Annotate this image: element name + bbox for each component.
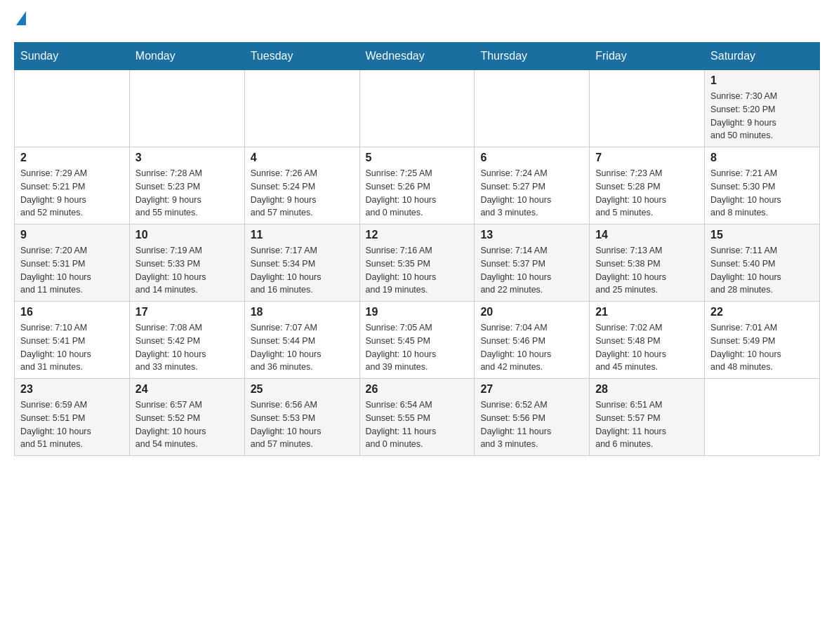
day-number: 1 xyxy=(710,74,814,87)
calendar-cell: 24Sunrise: 6:57 AMSunset: 5:52 PMDayligh… xyxy=(129,379,244,456)
day-of-week-header: Monday xyxy=(129,43,244,70)
calendar-cell: 10Sunrise: 7:19 AMSunset: 5:33 PMDayligh… xyxy=(129,224,244,302)
day-number: 24 xyxy=(135,383,239,396)
day-info: Sunrise: 7:16 AMSunset: 5:35 PMDaylight:… xyxy=(366,244,469,297)
calendar-cell: 26Sunrise: 6:54 AMSunset: 5:55 PMDayligh… xyxy=(359,379,475,456)
day-info: Sunrise: 7:05 AMSunset: 5:45 PMDaylight:… xyxy=(366,321,469,374)
day-of-week-header: Saturday xyxy=(705,43,820,70)
day-number: 25 xyxy=(251,383,354,396)
calendar-cell xyxy=(475,70,590,147)
day-number: 27 xyxy=(480,383,583,396)
calendar-cell xyxy=(244,70,359,147)
calendar-cell: 5Sunrise: 7:25 AMSunset: 5:26 PMDaylight… xyxy=(359,147,475,224)
day-number: 20 xyxy=(480,306,583,318)
day-info: Sunrise: 7:04 AMSunset: 5:46 PMDaylight:… xyxy=(480,321,583,374)
calendar-cell: 28Sunrise: 6:51 AMSunset: 5:57 PMDayligh… xyxy=(590,379,705,456)
day-of-week-header: Friday xyxy=(590,43,705,70)
calendar-cell: 4Sunrise: 7:26 AMSunset: 5:24 PMDaylight… xyxy=(244,147,359,224)
day-number: 7 xyxy=(595,152,699,164)
day-number: 15 xyxy=(710,229,814,241)
calendar-cell: 21Sunrise: 7:02 AMSunset: 5:48 PMDayligh… xyxy=(590,302,705,379)
calendar-week-row: 16Sunrise: 7:10 AMSunset: 5:41 PMDayligh… xyxy=(15,302,820,379)
calendar-table: SundayMondayTuesdayWednesdayThursdayFrid… xyxy=(14,42,820,456)
day-info: Sunrise: 7:23 AMSunset: 5:28 PMDaylight:… xyxy=(595,167,699,220)
day-info: Sunrise: 7:30 AMSunset: 5:20 PMDaylight:… xyxy=(710,90,814,142)
day-number: 23 xyxy=(20,383,124,396)
calendar-cell: 27Sunrise: 6:52 AMSunset: 5:56 PMDayligh… xyxy=(475,379,590,456)
day-number: 17 xyxy=(135,306,239,318)
day-info: Sunrise: 7:21 AMSunset: 5:30 PMDaylight:… xyxy=(710,167,814,220)
calendar-week-row: 23Sunrise: 6:59 AMSunset: 5:51 PMDayligh… xyxy=(15,379,820,456)
day-info: Sunrise: 7:26 AMSunset: 5:24 PMDaylight:… xyxy=(251,167,354,220)
calendar-cell xyxy=(15,70,130,147)
page-header xyxy=(14,14,820,28)
day-info: Sunrise: 7:01 AMSunset: 5:49 PMDaylight:… xyxy=(710,321,814,374)
day-info: Sunrise: 7:14 AMSunset: 5:37 PMDaylight:… xyxy=(480,244,583,297)
calendar-cell: 19Sunrise: 7:05 AMSunset: 5:45 PMDayligh… xyxy=(359,302,475,379)
day-number: 19 xyxy=(366,306,469,318)
calendar-cell xyxy=(705,379,820,456)
day-info: Sunrise: 7:17 AMSunset: 5:34 PMDaylight:… xyxy=(251,244,354,297)
day-number: 16 xyxy=(20,306,124,318)
calendar-cell: 25Sunrise: 6:56 AMSunset: 5:53 PMDayligh… xyxy=(244,379,359,456)
day-number: 12 xyxy=(366,229,469,241)
calendar-cell xyxy=(129,70,244,147)
day-of-week-header: Thursday xyxy=(475,43,590,70)
day-info: Sunrise: 7:28 AMSunset: 5:23 PMDaylight:… xyxy=(135,167,239,220)
day-number: 22 xyxy=(710,306,814,318)
calendar-cell: 18Sunrise: 7:07 AMSunset: 5:44 PMDayligh… xyxy=(244,302,359,379)
day-info: Sunrise: 6:56 AMSunset: 5:53 PMDaylight:… xyxy=(251,398,354,451)
calendar-cell: 22Sunrise: 7:01 AMSunset: 5:49 PMDayligh… xyxy=(705,302,820,379)
day-number: 14 xyxy=(595,229,699,241)
day-info: Sunrise: 6:57 AMSunset: 5:52 PMDaylight:… xyxy=(135,398,239,451)
day-info: Sunrise: 7:13 AMSunset: 5:38 PMDaylight:… xyxy=(595,244,699,297)
day-info: Sunrise: 7:11 AMSunset: 5:40 PMDaylight:… xyxy=(710,244,814,297)
day-info: Sunrise: 7:19 AMSunset: 5:33 PMDaylight:… xyxy=(135,244,239,297)
calendar-cell: 15Sunrise: 7:11 AMSunset: 5:40 PMDayligh… xyxy=(705,224,820,302)
calendar-cell: 7Sunrise: 7:23 AMSunset: 5:28 PMDaylight… xyxy=(590,147,705,224)
day-of-week-header: Sunday xyxy=(15,43,130,70)
day-number: 6 xyxy=(480,152,583,164)
day-info: Sunrise: 7:08 AMSunset: 5:42 PMDaylight:… xyxy=(135,321,239,374)
day-number: 8 xyxy=(710,152,814,164)
day-info: Sunrise: 7:25 AMSunset: 5:26 PMDaylight:… xyxy=(366,167,469,220)
day-info: Sunrise: 7:10 AMSunset: 5:41 PMDaylight:… xyxy=(20,321,124,374)
day-of-week-header: Tuesday xyxy=(244,43,359,70)
calendar-cell xyxy=(590,70,705,147)
day-info: Sunrise: 7:20 AMSunset: 5:31 PMDaylight:… xyxy=(20,244,124,297)
calendar-week-row: 9Sunrise: 7:20 AMSunset: 5:31 PMDaylight… xyxy=(15,224,820,302)
day-number: 5 xyxy=(366,152,469,164)
day-info: Sunrise: 7:02 AMSunset: 5:48 PMDaylight:… xyxy=(595,321,699,374)
calendar-cell: 12Sunrise: 7:16 AMSunset: 5:35 PMDayligh… xyxy=(359,224,475,302)
calendar-cell: 8Sunrise: 7:21 AMSunset: 5:30 PMDaylight… xyxy=(705,147,820,224)
day-number: 18 xyxy=(251,306,354,318)
logo xyxy=(14,14,26,28)
day-number: 21 xyxy=(595,306,699,318)
day-number: 28 xyxy=(595,383,699,396)
day-info: Sunrise: 6:54 AMSunset: 5:55 PMDaylight:… xyxy=(366,398,469,451)
calendar-cell: 6Sunrise: 7:24 AMSunset: 5:27 PMDaylight… xyxy=(475,147,590,224)
calendar-week-row: 1Sunrise: 7:30 AMSunset: 5:20 PMDaylight… xyxy=(15,70,820,147)
calendar-header-row: SundayMondayTuesdayWednesdayThursdayFrid… xyxy=(15,43,820,70)
day-number: 26 xyxy=(366,383,469,396)
calendar-cell: 13Sunrise: 7:14 AMSunset: 5:37 PMDayligh… xyxy=(475,224,590,302)
day-number: 3 xyxy=(135,152,239,164)
calendar-cell: 3Sunrise: 7:28 AMSunset: 5:23 PMDaylight… xyxy=(129,147,244,224)
day-of-week-header: Wednesday xyxy=(359,43,475,70)
calendar-cell: 20Sunrise: 7:04 AMSunset: 5:46 PMDayligh… xyxy=(475,302,590,379)
day-info: Sunrise: 7:07 AMSunset: 5:44 PMDaylight:… xyxy=(251,321,354,374)
day-number: 9 xyxy=(20,229,124,241)
calendar-cell: 17Sunrise: 7:08 AMSunset: 5:42 PMDayligh… xyxy=(129,302,244,379)
day-number: 11 xyxy=(251,229,354,241)
day-number: 4 xyxy=(251,152,354,164)
logo-arrow-icon xyxy=(16,11,26,25)
day-number: 13 xyxy=(480,229,583,241)
day-info: Sunrise: 6:51 AMSunset: 5:57 PMDaylight:… xyxy=(595,398,699,451)
calendar-week-row: 2Sunrise: 7:29 AMSunset: 5:21 PMDaylight… xyxy=(15,147,820,224)
calendar-cell: 11Sunrise: 7:17 AMSunset: 5:34 PMDayligh… xyxy=(244,224,359,302)
day-number: 10 xyxy=(135,229,239,241)
calendar-cell: 9Sunrise: 7:20 AMSunset: 5:31 PMDaylight… xyxy=(15,224,130,302)
day-info: Sunrise: 7:29 AMSunset: 5:21 PMDaylight:… xyxy=(20,167,124,220)
day-info: Sunrise: 6:52 AMSunset: 5:56 PMDaylight:… xyxy=(480,398,583,451)
calendar-cell: 14Sunrise: 7:13 AMSunset: 5:38 PMDayligh… xyxy=(590,224,705,302)
